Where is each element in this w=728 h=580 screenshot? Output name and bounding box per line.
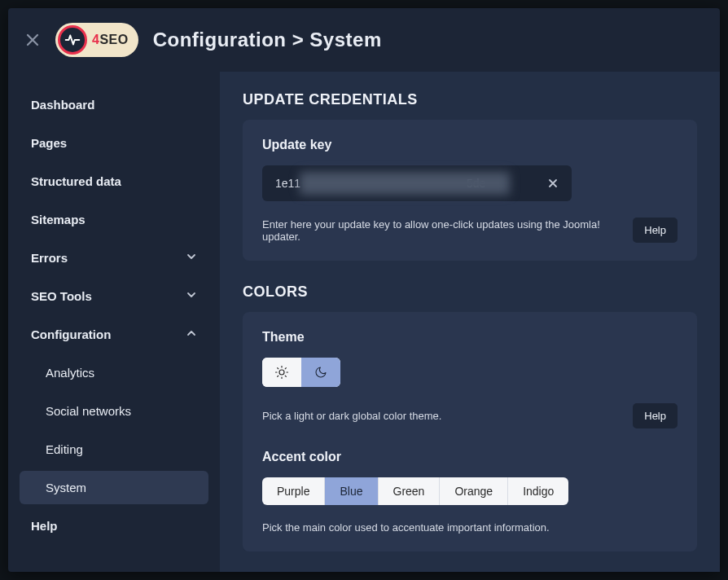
theme-dark-button[interactable] (301, 358, 340, 387)
close-button[interactable] (24, 32, 41, 48)
chevron-up-icon (186, 327, 197, 341)
sidebar-item-label: Editing (46, 442, 83, 456)
help-text: Enter here your update key to allow one-… (262, 218, 620, 243)
sidebar-item-label: Configuration (31, 327, 111, 341)
sidebar-item-label: Pages (31, 136, 67, 150)
sidebar-item-sitemaps[interactable]: Sitemaps (20, 203, 208, 236)
help-text: Pick a light or dark global color theme. (262, 410, 441, 422)
accent-green-button[interactable]: Green (379, 477, 441, 505)
svg-line-5 (278, 368, 278, 369)
close-icon (24, 32, 41, 48)
sidebar-item-seo-tools[interactable]: SEO Tools (20, 279, 208, 313)
sidebar: Dashboard Pages Structured data Sitemaps… (8, 72, 220, 572)
sidebar-item-label: System (46, 481, 86, 494)
sidebar-item-editing[interactable]: Editing (20, 433, 208, 466)
help-text: Pick the main color used to accentuate i… (262, 521, 550, 534)
close-icon (547, 178, 559, 189)
sidebar-item-label: SEO Tools (31, 289, 92, 303)
help-button[interactable]: Help (633, 403, 678, 428)
sidebar-item-system[interactable]: System (20, 471, 208, 504)
help-row-accent: Pick the main color used to accentuate i… (262, 521, 678, 534)
update-key-input-wrapper: 1e11 xxxxxxxxxxxxxxxxxxxxxxxxxxxx 5de (262, 165, 572, 201)
logo-pulse-icon (58, 25, 87, 55)
help-row-theme: Pick a light or dark global color theme.… (262, 403, 678, 428)
main-content: UPDATE CREDENTIALS Update key 1e11 xxxxx… (220, 72, 720, 572)
sidebar-item-label: Sitemaps (31, 213, 86, 226)
sidebar-item-social-networks[interactable]: Social networks (20, 394, 208, 428)
sidebar-item-configuration[interactable]: Configuration (20, 318, 208, 351)
theme-toggle (262, 358, 340, 387)
help-row: Enter here your update key to allow one-… (262, 218, 678, 243)
chevron-down-icon (186, 289, 197, 303)
section-title-colors: COLORS (243, 283, 697, 301)
svg-line-8 (285, 368, 286, 369)
sidebar-item-label: Social networks (46, 404, 131, 418)
sun-icon (274, 365, 289, 380)
clear-button[interactable] (534, 178, 572, 189)
svg-point-0 (279, 370, 284, 375)
svg-line-6 (285, 376, 286, 376)
sidebar-item-dashboard[interactable]: Dashboard (20, 88, 208, 121)
theme-light-button[interactable] (262, 358, 301, 387)
moon-icon (314, 366, 327, 379)
svg-line-7 (278, 376, 278, 376)
field-label-accent: Accent color (262, 450, 678, 464)
breadcrumb: Configuration > System (153, 29, 382, 51)
update-key-input[interactable]: 1e11 xxxxxxxxxxxxxxxxxxxxxxxxxxxx 5de (262, 165, 534, 201)
update-key-prefix: 1e11 (275, 177, 300, 190)
sidebar-item-structured-data[interactable]: Structured data (20, 165, 208, 198)
sidebar-item-label: Analytics (46, 366, 94, 380)
logo-text: 4SEO (92, 33, 129, 47)
sidebar-item-label: Errors (31, 251, 68, 265)
field-label-update-key: Update key (262, 138, 678, 152)
sidebar-item-label: Structured data (31, 174, 121, 188)
panel-update-key: Update key 1e11 xxxxxxxxxxxxxxxxxxxxxxxx… (243, 120, 697, 261)
accent-color-group: Purple Blue Green Orange Indigo (262, 477, 568, 505)
sidebar-item-help[interactable]: Help (20, 509, 208, 543)
sidebar-item-analytics[interactable]: Analytics (20, 356, 208, 389)
body: Dashboard Pages Structured data Sitemaps… (8, 72, 720, 572)
sidebar-item-label: Help (31, 519, 58, 533)
sidebar-item-pages[interactable]: Pages (20, 126, 208, 160)
accent-indigo-button[interactable]: Indigo (508, 477, 568, 505)
sidebar-item-label: Dashboard (31, 98, 94, 112)
update-key-suffix: 5de (467, 177, 485, 190)
accent-orange-button[interactable]: Orange (440, 477, 508, 505)
panel-colors: Theme Pick a light or dark global color … (243, 312, 697, 551)
section-title-update: UPDATE CREDENTIALS (243, 91, 697, 108)
logo: 4SEO (55, 23, 138, 57)
help-button[interactable]: Help (633, 218, 678, 243)
field-label-theme: Theme (262, 330, 678, 345)
accent-blue-button[interactable]: Blue (325, 477, 378, 505)
app-window: 4SEO Configuration > System Dashboard Pa… (8, 8, 720, 572)
accent-purple-button[interactable]: Purple (262, 477, 325, 505)
sidebar-item-errors[interactable]: Errors (20, 241, 208, 275)
chevron-down-icon (186, 251, 197, 265)
header: 4SEO Configuration > System (8, 8, 720, 72)
